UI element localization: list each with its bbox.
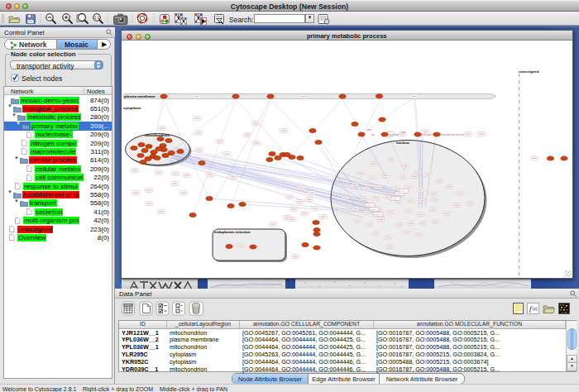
svg-text:plasma membrane: plasma membrane xyxy=(124,94,156,98)
svg-text:xxxx: xxxx xyxy=(367,129,372,131)
svg-text:xx xxx: xx xxx xyxy=(366,204,371,206)
svg-text:xx xxx: xx xxx xyxy=(391,198,397,199)
svg-text:mitochondrion: mitochondrion xyxy=(145,133,170,137)
svg-text:xxx: xxx xyxy=(371,134,376,136)
svg-text:xx xxx: xx xxx xyxy=(400,190,405,192)
svg-text:nucleus: nucleus xyxy=(396,141,410,145)
svg-text:(x): (x) xyxy=(533,306,538,311)
svg-text:cytoplasm: cytoplasm xyxy=(123,106,141,110)
svg-text:xx xxx: xx xxx xyxy=(370,208,376,210)
svg-text:xxxx xxxxx xxxx xxxx xxx: xxxx xxxxx xxxx xxxx xxx xyxy=(440,134,465,136)
svg-text:endoplasmic reticulum: endoplasmic reticulum xyxy=(214,230,251,234)
svg-text:xx xxx: xx xxx xyxy=(374,213,380,215)
svg-text:1:1: 1:1 xyxy=(94,16,100,20)
svg-text:unassigned: unassigned xyxy=(519,69,539,74)
